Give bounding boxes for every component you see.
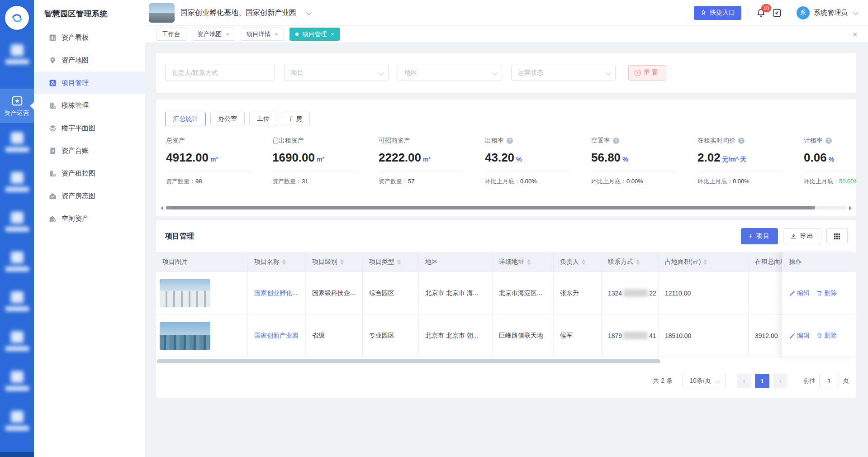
column-header: 项目图片 (156, 252, 248, 272)
rail-item-blurred[interactable] (0, 411, 34, 431)
rail-item-blurred[interactable] (0, 132, 34, 152)
rail-item-asset-operation[interactable]: 资产运营 (0, 89, 34, 123)
reset-button[interactable]: × 重置 (628, 65, 666, 81)
user-avatar[interactable]: 系 (797, 6, 810, 19)
chevron-down-icon (715, 377, 721, 383)
top-right-cluster: 快捷入口 10 系 系统管理员 (694, 6, 857, 20)
close-tab-icon[interactable]: × (226, 31, 229, 38)
divider (789, 8, 789, 18)
export-button[interactable]: 导出 (783, 228, 821, 244)
page-size-select[interactable]: 10条/页 (683, 374, 726, 388)
sidebar-item-label: 资产地图 (62, 56, 89, 65)
user-menu-chevron-icon[interactable] (853, 9, 859, 15)
help-icon[interactable]: ? (507, 138, 513, 144)
sort-icon[interactable] (636, 259, 640, 265)
keyword-input[interactable] (165, 65, 275, 81)
status-select[interactable]: 运营状态 (511, 65, 616, 81)
column-header: 项目名称 (248, 252, 306, 272)
sort-icon[interactable] (340, 259, 344, 265)
project-table-panel: 项目管理 +项目 导出 项目图片 项目名称 项目级别 (156, 220, 856, 398)
sidebar-item-label: 资产房态图 (62, 192, 95, 200)
sidebar-item-project-management[interactable]: 项目管理 (34, 71, 145, 94)
rail-item-blurred[interactable] (0, 44, 34, 64)
notifications-button[interactable]: 10 (756, 8, 766, 18)
project-box-icon (49, 79, 57, 87)
table-scrollbar-thumb[interactable] (157, 359, 660, 363)
sidebar-item-rent-control-map[interactable]: ¥ 资产租控图 (34, 162, 145, 185)
table-row[interactable]: 国家创新产业园 省级 专业园区 北京市 北京市 朝... 巨峰路信联天地 候军 … (156, 314, 856, 357)
edit-link[interactable]: 编辑 (789, 289, 810, 297)
sort-icon[interactable] (397, 259, 401, 265)
tab-project-management[interactable]: 项目管理× (289, 28, 340, 41)
column-header: 联系方式 (602, 252, 659, 272)
column-settings-button[interactable] (826, 228, 848, 244)
sidebar-item-floor-plan[interactable]: 楼宇平面图 (34, 117, 145, 139)
region-cell: 北京市 北京市 朝... (419, 314, 493, 357)
sidebar-item-label: 空闲资产 (62, 214, 89, 223)
stats-tab-factory[interactable]: 厂房 (282, 112, 310, 126)
delete-link[interactable]: 删除 (816, 289, 837, 297)
close-tab-icon[interactable]: × (275, 31, 278, 38)
table-row[interactable]: 国家创业孵化... 国家级科技企... 综合园区 北京市 北京市 海... 北京… (156, 272, 856, 314)
logo-icon (9, 10, 25, 26)
sidebar-item-label: 楼宇平面图 (62, 124, 95, 133)
rail-item-blurred[interactable] (0, 172, 34, 192)
help-icon[interactable]: ? (825, 138, 832, 144)
sidebar-item-asset-board[interactable]: 资产看板 (34, 26, 145, 49)
prev-page-button[interactable]: ‹ (737, 374, 751, 388)
current-page-button[interactable]: 1 (755, 374, 769, 388)
chevron-down-icon[interactable] (306, 9, 312, 15)
sort-icon[interactable] (703, 259, 707, 265)
project-name-link[interactable]: 国家创新产业园 (254, 332, 299, 340)
sidebar-item-asset-ledger[interactable]: ¥ 资产台账 (34, 139, 145, 162)
close-icon[interactable]: ✕ (852, 30, 858, 39)
total-count: 共 2 条 (653, 377, 673, 385)
app-logo[interactable] (5, 6, 29, 30)
rail-item-blurred[interactable] (0, 252, 34, 271)
goto-page-input[interactable] (819, 374, 839, 388)
sidebar: 智慧园区管理系统 资产看板 资产地图 项目管理 楼栋管理 楼宇平面图 (34, 0, 145, 457)
rail-item-blurred[interactable] (0, 331, 34, 351)
chevron-down-icon (606, 69, 612, 75)
stat-card-avg-price: 在租实时均价? 2.02元/m²·天 环比上月底：0.00% (697, 137, 804, 195)
scroll-left-icon[interactable] (161, 206, 163, 210)
manager-cell: 张东升 (554, 272, 602, 314)
sort-icon[interactable] (527, 259, 531, 265)
sidebar-item-label: 资产看板 (62, 33, 89, 42)
next-page-button[interactable]: › (773, 374, 787, 388)
stats-cards-row: 总资产 4912.00m² 资产数量：98 已出租资产 1690.00m² 资产… (156, 137, 856, 195)
pencil-icon (789, 290, 795, 296)
stats-tab-summary[interactable]: 汇总统计 (165, 112, 206, 126)
sidebar-item-asset-map[interactable]: 资产地图 (34, 49, 145, 71)
tab-asset-map[interactable]: 资产地图× (192, 28, 235, 41)
tab-project-detail[interactable]: 项目详情× (241, 28, 284, 41)
tab-workbench[interactable]: 工作台 (156, 28, 186, 41)
sort-icon[interactable] (282, 259, 286, 265)
sidebar-item-room-status-map[interactable]: 资产房态图 (34, 185, 145, 207)
region-select[interactable]: 地区 (398, 65, 502, 81)
project-select[interactable]: 项目 (284, 65, 389, 81)
edit-link[interactable]: 编辑 (789, 332, 810, 340)
scrollbar-thumb[interactable] (166, 206, 815, 209)
stat-card-occupancy-rate: 出租率? 43.20% 环比上月底：0.00% (485, 137, 591, 195)
rail-item-blurred[interactable] (0, 371, 34, 391)
rail-item-blurred[interactable] (0, 291, 34, 311)
stats-tab-workstation[interactable]: 工位 (249, 112, 277, 126)
rail-item-blurred[interactable] (0, 212, 34, 232)
sort-icon[interactable] (582, 259, 585, 265)
sidebar-item-idle-assets[interactable]: 空闲资产 (34, 207, 145, 230)
close-tab-icon[interactable]: × (331, 31, 334, 38)
delete-link[interactable]: 删除 (816, 332, 837, 340)
goto-label: 前往 (803, 377, 816, 385)
scroll-right-icon[interactable] (849, 206, 852, 210)
stats-tab-office[interactable]: 办公室 (210, 112, 245, 126)
fullscreen-button[interactable] (772, 8, 782, 18)
help-icon[interactable]: ? (738, 138, 745, 144)
quick-entry-button[interactable]: 快捷入口 (694, 6, 741, 20)
add-project-button[interactable]: +项目 (741, 228, 778, 244)
project-name-link[interactable]: 国家创业孵化... (254, 289, 298, 297)
help-icon[interactable]: ? (613, 138, 619, 144)
stat-card-billing-rate: 计租率? 0.06% 环比上月底：50.00% (804, 137, 856, 195)
sidebar-item-label: 项目管理 (62, 79, 89, 87)
sidebar-item-building-management[interactable]: 楼栋管理 (34, 94, 145, 117)
